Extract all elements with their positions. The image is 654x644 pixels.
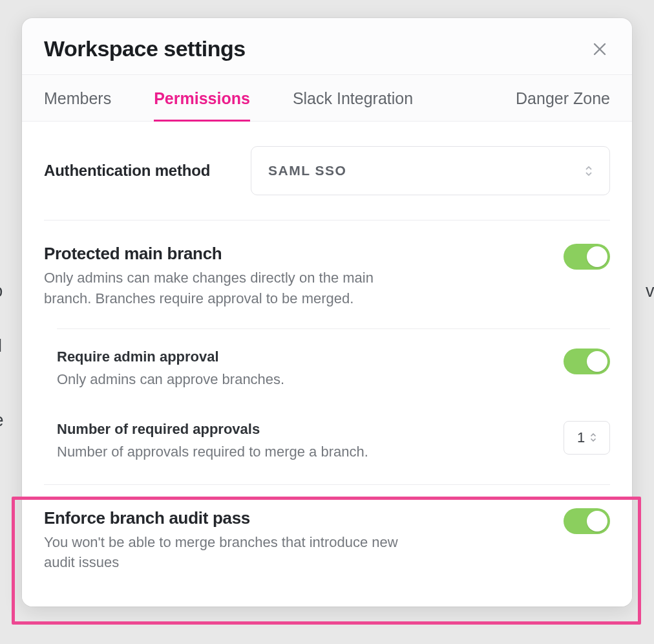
- required-approvals-value: 1: [577, 429, 585, 446]
- require-admin-approval-toggle[interactable]: [564, 349, 610, 374]
- enforce-branch-audit-toggle[interactable]: [564, 508, 610, 534]
- background-text: gle: [0, 411, 3, 431]
- tab-members[interactable]: Members: [44, 75, 111, 121]
- authentication-method-label: Authentication method: [44, 162, 210, 180]
- enforce-branch-audit-label: Enforce branch audit pass: [44, 508, 406, 528]
- required-approvals-label: Number of required approvals: [57, 421, 368, 438]
- require-admin-approval-label: Require admin approval: [57, 349, 284, 365]
- close-button[interactable]: [589, 39, 610, 59]
- protected-main-branch-desc: Only admins can make changes directly on…: [44, 268, 406, 309]
- workspace-settings-modal: Workspace settings Members Permissions S…: [22, 18, 632, 606]
- modal-title: Workspace settings: [44, 36, 246, 61]
- require-admin-approval-desc: Only admins can approve branches.: [57, 369, 284, 390]
- tab-slack-integration[interactable]: Slack Integration: [293, 75, 413, 121]
- authentication-method-select[interactable]: SAML SSO: [251, 146, 610, 195]
- required-approvals-stepper[interactable]: 1: [564, 421, 610, 455]
- enforce-branch-audit-desc: You won't be able to merge branches that…: [44, 532, 406, 574]
- background-text: e al: [0, 336, 2, 356]
- background-text: vhe: [646, 281, 654, 301]
- required-approvals-desc: Number of approvals required to merge a …: [57, 442, 368, 462]
- tab-danger-zone[interactable]: Danger Zone: [516, 75, 610, 121]
- tab-permissions[interactable]: Permissions: [154, 75, 250, 121]
- close-icon: [593, 42, 607, 56]
- background-text: to: [0, 281, 3, 301]
- chevron-up-down-icon: [585, 166, 593, 176]
- authentication-method-value: SAML SSO: [268, 163, 346, 178]
- chevron-up-down-icon: [590, 433, 596, 442]
- protected-main-branch-label: Protected main branch: [44, 244, 406, 264]
- protected-main-branch-toggle[interactable]: [564, 244, 610, 270]
- tab-bar: Members Permissions Slack Integration Da…: [22, 74, 632, 122]
